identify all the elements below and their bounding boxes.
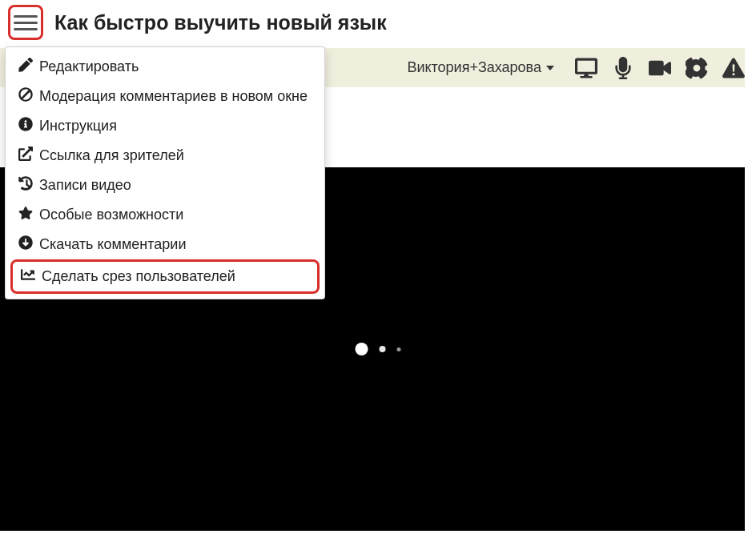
- microphone-icon[interactable]: [612, 57, 634, 79]
- menu-item-3[interactable]: Ссылка для зрителей: [6, 141, 324, 171]
- menu-item-5[interactable]: Особые возможности: [6, 200, 324, 230]
- menu-item-6[interactable]: Скачать комментарии: [6, 230, 324, 259]
- gear-icon[interactable]: [686, 57, 708, 79]
- ban-icon: [18, 87, 33, 106]
- menu-item-label: Особые возможности: [39, 207, 183, 223]
- user-dropdown[interactable]: Виктория+Захарова: [396, 56, 561, 79]
- video-icon[interactable]: [649, 57, 671, 79]
- loader-dot-icon: [356, 343, 368, 355]
- history-icon: [18, 176, 33, 195]
- menu-item-4[interactable]: Записи видео: [6, 171, 324, 200]
- download-icon: [18, 235, 33, 254]
- display-icon[interactable]: [575, 57, 597, 79]
- warning-icon[interactable]: [722, 57, 745, 79]
- main-menu-dropdown: РедактироватьМодерация комментариев в но…: [5, 46, 325, 299]
- loading-indicator: [356, 343, 401, 355]
- pencil-icon: [18, 58, 33, 76]
- right-edge-strip: [745, 48, 756, 542]
- menu-item-label: Редактировать: [39, 58, 139, 75]
- user-name-label: Виктория+Захарова: [407, 59, 541, 76]
- menu-item-label: Модерация комментариев в новом окне: [39, 88, 308, 105]
- menu-item-0[interactable]: Редактировать: [6, 52, 324, 82]
- header: Как быстро выучить новый язык: [0, 0, 756, 48]
- page-title: Как быстро выучить новый язык: [54, 11, 387, 34]
- menu-toggle-button[interactable]: [14, 10, 38, 34]
- app-root: Как быстро выучить новый язык Виктория+З…: [0, 0, 756, 542]
- menu-item-1[interactable]: Модерация комментариев в новом окне: [6, 82, 324, 111]
- chart-line-icon: [21, 267, 35, 286]
- loader-dot-icon: [397, 347, 401, 351]
- caret-down-icon: [546, 66, 554, 70]
- menu-item-label: Записи видео: [39, 177, 131, 194]
- menu-item-label: Ссылка для зрителей: [39, 147, 184, 164]
- bars-icon: [14, 15, 38, 18]
- burger-highlight-box: [8, 5, 43, 40]
- loader-dot-icon: [380, 346, 386, 352]
- menu-item-2[interactable]: Инструкция: [6, 111, 324, 141]
- menu-item-label: Инструкция: [39, 118, 117, 134]
- menu-item-7[interactable]: Сделать срез пользователей: [10, 259, 320, 294]
- external-link-icon: [18, 147, 33, 165]
- menu-item-label: Сделать срез пользователей: [42, 268, 235, 285]
- info-icon: [18, 117, 33, 135]
- menu-item-label: Скачать комментарии: [39, 236, 186, 253]
- star-icon: [18, 206, 33, 224]
